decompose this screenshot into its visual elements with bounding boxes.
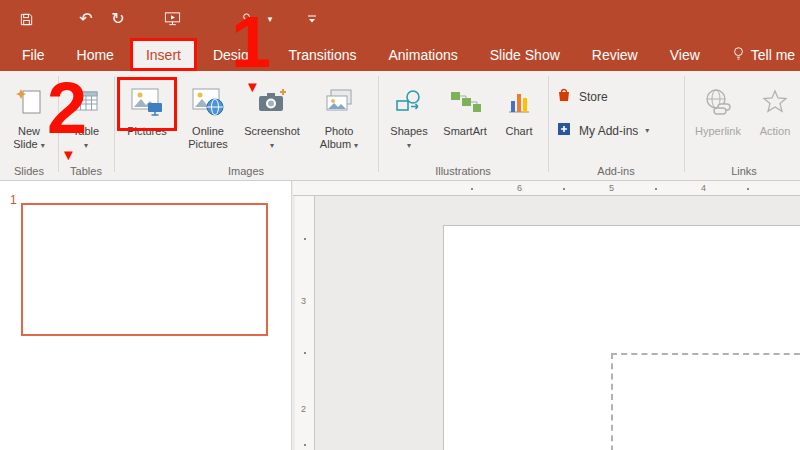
tab-slide-show[interactable]: Slide Show	[474, 38, 576, 71]
online-pictures-icon	[191, 79, 225, 125]
group-label-images: Images	[228, 165, 264, 177]
tab-transitions[interactable]: Transitions	[273, 38, 373, 71]
button-label: Pictures	[188, 138, 228, 151]
dropdown-caret-icon: ▾	[645, 126, 649, 135]
title-bar: ↶ ↻ ▾	[0, 0, 800, 38]
chart-icon	[506, 79, 532, 125]
group-divider	[548, 76, 549, 172]
step2-highlight-box	[117, 77, 177, 131]
button-label: New	[18, 125, 40, 138]
step1-arrow-icon: ▼	[245, 79, 260, 94]
redo-icon[interactable]: ↻	[104, 0, 132, 38]
ruler-tick	[471, 188, 473, 190]
smartart-icon	[449, 79, 481, 125]
step1-number: 1	[231, 6, 271, 78]
horizontal-ruler: 6 5 4	[293, 181, 800, 196]
group-divider	[114, 76, 115, 172]
ribbon: New Slide ▾ Slides Table ▾ Tables Pictur…	[0, 71, 800, 181]
screenshot-icon	[256, 79, 288, 125]
slide-number: 1	[10, 193, 17, 207]
button-label: My Add-ins	[579, 124, 638, 138]
undo-icon[interactable]: ↶	[72, 0, 100, 38]
button-label: Chart	[506, 125, 533, 138]
shapes-icon	[394, 79, 424, 125]
ribbon-tab-bar: File Home Insert Design Transitions Anim…	[0, 38, 800, 71]
tab-label: Tell me	[751, 47, 795, 63]
group-label-slides: Slides	[14, 165, 44, 177]
tab-tell-me[interactable]: Tell me	[716, 38, 800, 71]
powerpoint-window: ↶ ↻ ▾ File Home Insert Design Transition…	[0, 0, 800, 450]
new-slide-icon	[14, 79, 44, 125]
tab-view[interactable]: View	[654, 38, 716, 71]
tab-home[interactable]: Home	[61, 38, 130, 71]
tab-insert[interactable]: Insert	[130, 38, 197, 71]
slide-thumbnail[interactable]	[21, 203, 268, 336]
smartart-button[interactable]: SmartArt	[436, 79, 494, 175]
dropdown-caret-icon: ▾	[354, 141, 358, 150]
button-label: Action	[760, 125, 791, 138]
slide-thumbnail-panel: 1	[0, 181, 292, 450]
group-divider	[684, 76, 685, 172]
button-label: Online	[192, 125, 224, 138]
my-add-ins-button[interactable]: My Add-ins ▾	[556, 121, 649, 140]
slideshow-icon[interactable]	[158, 0, 186, 38]
group-divider	[378, 76, 379, 172]
vertical-ruler: 3 2	[295, 196, 315, 450]
ruler-tick	[304, 238, 306, 240]
group-label-illustrations: Illustrations	[435, 165, 491, 177]
ruler-tick	[304, 352, 306, 354]
dropdown-caret-icon: ▾	[270, 141, 274, 150]
action-button[interactable]: Action	[750, 79, 800, 175]
tab-review[interactable]: Review	[576, 38, 654, 71]
ruler-number: 4	[701, 183, 706, 193]
step2-arrow-icon: ▼	[61, 147, 76, 162]
group-label-add-ins: Add-ins	[597, 165, 634, 177]
dropdown-caret-icon: ▾	[41, 141, 45, 150]
button-label: Album	[320, 138, 351, 150]
chart-button[interactable]: Chart	[496, 79, 542, 175]
tab-file[interactable]: File	[6, 38, 61, 71]
group-label-tables: Tables	[70, 165, 102, 177]
ruler-tick	[563, 188, 565, 190]
hyperlink-icon	[703, 79, 733, 125]
customize-quick-access-icon[interactable]	[298, 0, 326, 38]
photo-album-icon	[323, 79, 355, 125]
hyperlink-button[interactable]: Hyperlink	[688, 79, 748, 175]
photo-album-button[interactable]: Photo Album ▾	[307, 79, 371, 175]
slide-canvas[interactable]	[443, 225, 800, 450]
online-pictures-button[interactable]: Online Pictures	[179, 79, 237, 175]
content-placeholder[interactable]	[611, 353, 800, 450]
ruler-number: 3	[301, 296, 306, 306]
button-label: SmartArt	[443, 125, 486, 138]
dropdown-caret-icon: ▾	[407, 141, 411, 150]
ruler-number: 6	[517, 183, 522, 193]
ruler-number: 2	[301, 404, 306, 414]
group-label-links: Links	[731, 165, 757, 177]
button-label: Photo	[325, 125, 354, 138]
ruler-tick	[304, 444, 306, 446]
store-button[interactable]: Store	[556, 87, 608, 106]
lightbulb-icon	[732, 46, 745, 64]
step2-number: 2	[47, 72, 87, 144]
button-label: Shapes	[390, 125, 427, 138]
button-label: Screenshot	[244, 125, 300, 138]
action-icon	[762, 79, 788, 125]
ruler-tick	[747, 188, 749, 190]
ruler-tick	[655, 188, 657, 190]
ruler-number: 5	[609, 183, 614, 193]
shapes-button[interactable]: Shapes ▾	[382, 79, 436, 175]
tab-animations[interactable]: Animations	[372, 38, 473, 71]
store-icon	[556, 87, 572, 106]
my-add-ins-icon	[556, 121, 572, 140]
button-label: Slide	[13, 138, 37, 150]
workspace: 1 6 5 4 3 2	[0, 181, 800, 450]
pictures-button[interactable]: Pictures	[117, 79, 177, 175]
save-icon[interactable]	[12, 0, 40, 38]
button-label: Store	[579, 90, 608, 104]
button-label: Hyperlink	[695, 125, 741, 138]
